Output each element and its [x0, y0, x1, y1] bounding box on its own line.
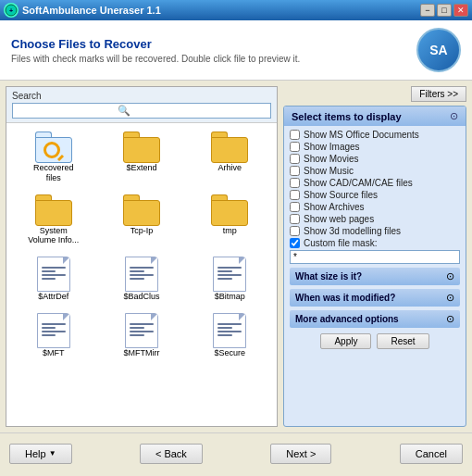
search-area: Search 🔍 [6, 87, 277, 123]
folder-icon [35, 132, 72, 163]
file-label: $MFTMirr [123, 348, 159, 358]
section-header-label: What size is it? [295, 271, 362, 282]
search-box: 🔍 [12, 103, 271, 119]
filter-checkbox-4[interactable] [290, 178, 300, 188]
checkbox-row: Show web pages [290, 214, 460, 224]
filter-checkbox-label: Custom file mask: [304, 238, 377, 248]
section-header-label: More advanced options [295, 314, 399, 324]
maximize-button[interactable]: □ [437, 4, 452, 17]
right-panel: Filters >> Select items to display ⊙ Sho… [283, 86, 466, 427]
file-icon [37, 257, 70, 292]
list-item[interactable]: $BadClus [98, 252, 184, 307]
close-button[interactable]: ✕ [453, 4, 468, 17]
file-icon [125, 257, 158, 292]
checkbox-row: Show CAD/CAM/CAE files [290, 178, 460, 188]
next-button[interactable]: Next > [270, 444, 331, 464]
custom-mask-input[interactable] [290, 250, 460, 264]
page-title: Choose Files to Recover [11, 37, 300, 51]
search-icon: 🔍 [118, 105, 130, 117]
section-header[interactable]: More advanced options ⊙ [290, 310, 460, 328]
file-label: $Bitmap [215, 292, 245, 302]
expand-icon: ⊙ [446, 292, 454, 304]
app-icon: + [4, 3, 19, 18]
minimize-button[interactable]: − [420, 4, 435, 17]
search-input[interactable] [16, 106, 118, 116]
dropdown-arrow-icon: ▼ [49, 449, 56, 457]
search-label: Search [12, 91, 271, 101]
checkbox-row: Show Archives [290, 202, 460, 212]
list-item[interactable]: $MFT [10, 308, 96, 363]
title-buttons: − □ ✕ [420, 4, 468, 17]
back-button[interactable]: < Back [140, 444, 203, 464]
list-item[interactable]: Arhive [187, 127, 273, 188]
folder-icon [35, 194, 72, 226]
help-label: Help [25, 448, 46, 459]
file-label: tmp [223, 226, 237, 236]
list-item[interactable]: SystemVolume Info... [10, 190, 96, 251]
filters-button[interactable]: Filters >> [411, 86, 466, 102]
file-icon [37, 313, 70, 348]
list-item[interactable]: $MFTMirr [98, 308, 184, 363]
list-item[interactable]: tmp [187, 190, 273, 251]
section-header[interactable]: What size is it? ⊙ [290, 268, 460, 285]
expand-icon: ⊙ [446, 313, 454, 325]
filter-checkbox-label: Show web pages [304, 214, 374, 224]
file-label: Tcp-Ip [130, 226, 154, 236]
filter-checkbox-9[interactable] [290, 238, 300, 248]
folder-icon [123, 194, 160, 226]
filter-checkbox-1[interactable] [290, 142, 300, 152]
folder-icon [211, 132, 248, 163]
checkbox-row: Show Images [290, 142, 460, 152]
title-bar: + SoftAmbulance Uneraser 1.1 − □ ✕ [0, 0, 472, 20]
page-subtitle: Files with check marks will be recovered… [11, 54, 300, 64]
list-item[interactable]: Recoveredfiles [10, 127, 96, 188]
file-grid: Recoveredfiles $Extend Arhive SystemVolu… [6, 123, 277, 367]
checkbox-row: Custom file mask: [290, 238, 460, 248]
filter-checkbox-label: Show Images [304, 142, 360, 152]
filter-checkbox-2[interactable] [290, 154, 300, 164]
file-label: SystemVolume Info... [28, 226, 79, 246]
window-title: SoftAmbulance Uneraser 1.1 [22, 5, 161, 16]
filter-checkbox-0[interactable] [290, 130, 300, 140]
reset-button[interactable]: Reset [377, 333, 429, 349]
filter-checkbox-3[interactable] [290, 166, 300, 176]
filter-checkbox-7[interactable] [290, 214, 300, 224]
file-icon [213, 257, 246, 292]
filter-checkbox-label: Show 3d modelling files [304, 226, 401, 236]
file-label: $Secure [215, 348, 246, 358]
apply-button[interactable]: Apply [320, 333, 371, 349]
list-item[interactable]: Tcp-Ip [98, 190, 184, 251]
list-item[interactable]: $Extend [98, 127, 184, 188]
header-text: Choose Files to Recover Files with check… [11, 37, 300, 64]
section-header[interactable]: When was it modified? ⊙ [290, 289, 460, 307]
main-content: Search 🔍 Recoveredfiles $Extend Arhive [0, 81, 472, 432]
filter-checkbox-label: Show Movies [304, 154, 358, 164]
header: Choose Files to Recover Files with check… [0, 20, 472, 81]
filter-checkbox-label: Show CAD/CAM/CAE files [304, 178, 413, 188]
bottom-bar: Help ▼ < Back Next > Cancel [0, 432, 472, 473]
cancel-button[interactable]: Cancel [400, 444, 463, 464]
filter-checkbox-label: Show MS Office Documents [304, 130, 419, 140]
file-label: Arhive [218, 163, 242, 173]
filter-panel-title: Select items to display [292, 111, 402, 122]
checkbox-row: Show Movies [290, 154, 460, 164]
filter-checkbox-8[interactable] [290, 226, 300, 236]
folder-icon [211, 194, 248, 226]
file-icon [125, 313, 158, 348]
apply-reset-row: Apply Reset [290, 328, 460, 353]
help-button[interactable]: Help ▼ [9, 444, 72, 464]
list-item[interactable]: $AttrDef [10, 252, 96, 307]
file-label: Recoveredfiles [33, 163, 74, 183]
svg-text:+: + [9, 7, 13, 14]
filter-checkbox-5[interactable] [290, 190, 300, 200]
collapse-button[interactable]: ⊙ [450, 110, 458, 122]
filter-checkbox-label: Show Music [304, 166, 354, 176]
filter-checkbox-6[interactable] [290, 202, 300, 212]
left-panel: Search 🔍 Recoveredfiles $Extend Arhive [6, 86, 278, 427]
filter-panel: Select items to display ⊙ Show MS Office… [283, 106, 466, 427]
file-label: $AttrDef [38, 292, 68, 302]
file-label: $MFT [43, 348, 65, 358]
list-item[interactable]: $Bitmap [187, 252, 273, 307]
list-item[interactable]: $Secure [187, 308, 273, 363]
section-header-label: When was it modified? [295, 293, 395, 303]
